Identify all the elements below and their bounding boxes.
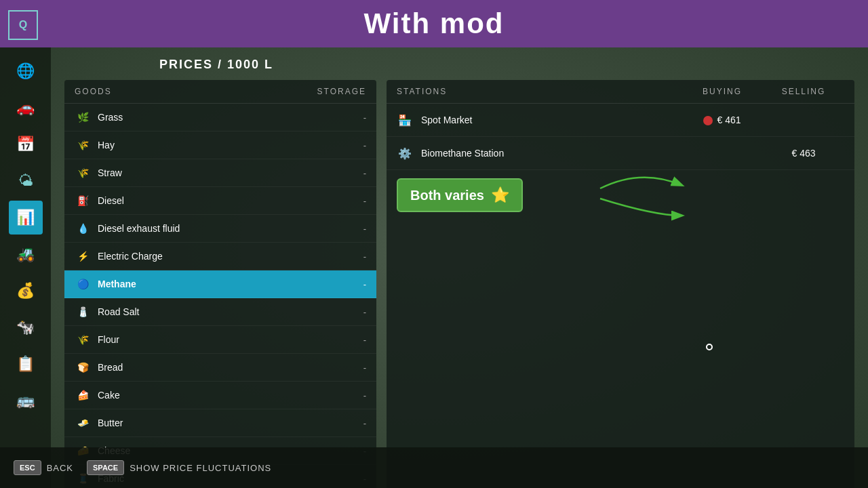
goods-item-icon: ⚡ (75, 248, 91, 264)
goods-item-value: - (363, 307, 366, 317)
banner-title: With mod (364, 7, 505, 40)
goods-item[interactable]: ⛽Diesel- (64, 187, 376, 215)
goods-item-value: - (363, 251, 366, 262)
goods-item-name: Methane (98, 279, 363, 289)
station-item-icon: ⚙️ (397, 145, 413, 161)
station-item[interactable]: ⚙️Biomethane Station€ 463 (387, 137, 854, 170)
goods-item-value: - (363, 363, 366, 373)
bottom-bar: ESC BACK SPACE SHOW PRICE FLUCTUATIONS (0, 447, 868, 488)
sidebar-icon-animal[interactable]: 🐄 (9, 310, 43, 344)
goods-item-icon: 🍰 (75, 387, 91, 403)
left-sidebar: 🌐 🚗 📅 🌤 📊 🚜 💰 🐄 📋 🚌 (0, 47, 51, 488)
goods-item-icon: 🌾 (75, 165, 91, 181)
panels: GOODS STORAGE 🌿Grass-🌾Hay-🌾Straw-⛽Diesel… (64, 80, 854, 488)
goods-item-value: - (363, 168, 366, 178)
goods-item[interactable]: 🧈Butter- (64, 409, 376, 437)
esc-key[interactable]: ESC (14, 460, 41, 475)
q-icon[interactable]: Q (8, 10, 38, 40)
goods-item[interactable]: 🍞Bread- (64, 354, 376, 382)
goods-item-name: Cake (98, 390, 363, 401)
status-dot (703, 116, 713, 125)
station-item-selling: € 463 (763, 148, 844, 159)
goods-item-icon: 🌿 (75, 109, 91, 125)
goods-item-icon: 💧 (75, 220, 91, 237)
back-label: BACK (47, 463, 73, 473)
space-key[interactable]: SPACE (87, 460, 124, 475)
goods-item-name: Road Salt (98, 306, 363, 317)
goods-item-name: Straw (98, 167, 363, 178)
page-title: PRICES / 1000 L (159, 58, 854, 72)
sidebar-icon-chart[interactable]: 📊 (9, 201, 43, 235)
goods-item-value: - (363, 335, 366, 345)
goods-item-value: - (363, 224, 366, 234)
station-item-name: Biomethane Station (421, 148, 682, 159)
goods-item[interactable]: 🧂Road Salt- (64, 298, 376, 326)
sidebar-icon-tractor[interactable]: 🚜 (9, 237, 43, 271)
goods-col-header: GOODS (75, 87, 317, 96)
goods-item[interactable]: 🌿Grass- (64, 104, 376, 131)
goods-item[interactable]: 🔵Methane- (64, 270, 376, 298)
stations-panel: STATIONS BUYING SELLING 🏪Spot Market€ 46… (387, 80, 854, 488)
station-item[interactable]: 🏪Spot Market€ 461 (387, 104, 854, 137)
main-content: PRICES / 1000 L GOODS STORAGE 🌿Grass-🌾Ha… (51, 47, 868, 447)
goods-item[interactable]: ⚡Electric Charge- (64, 243, 376, 270)
sidebar-icon-globe[interactable]: 🌐 (9, 54, 43, 88)
stations-header: STATIONS BUYING SELLING (387, 80, 854, 104)
goods-item-icon: 🌾 (75, 331, 91, 348)
sidebar-icon-calendar[interactable]: 📅 (9, 127, 43, 161)
goods-item-icon: 🧂 (75, 304, 91, 320)
goods-panel: GOODS STORAGE 🌿Grass-🌾Hay-🌾Straw-⛽Diesel… (64, 80, 376, 488)
goods-item[interactable]: 🌾Straw- (64, 159, 376, 187)
goods-item[interactable]: 🌾Hay- (64, 131, 376, 159)
goods-item-value: - (363, 140, 366, 150)
buying-col-header: BUYING (682, 87, 763, 96)
goods-item-name: Grass (98, 112, 363, 123)
star-icon: ⭐ (491, 186, 509, 204)
station-item-name: Spot Market (421, 115, 682, 125)
goods-item-icon: 🧈 (75, 415, 91, 431)
goods-item[interactable]: 💧Diesel exhaust fluid- (64, 215, 376, 243)
goods-item-value: - (363, 113, 366, 123)
goods-item[interactable]: 🍰Cake- (64, 382, 376, 409)
both-varies-text: Both varies (410, 188, 484, 203)
goods-item-name: Bread (98, 362, 363, 373)
goods-item-name: Butter (98, 418, 363, 428)
goods-item-value: - (363, 279, 366, 289)
both-varies-badge: Both varies ⭐ (397, 178, 523, 212)
stations-list: 🏪Spot Market€ 461⚙️Biomethane Station€ 4… (387, 104, 854, 170)
goods-item-icon: ⛽ (75, 192, 91, 209)
top-banner: With mod (0, 0, 868, 47)
goods-item-icon: 🌾 (75, 137, 91, 153)
back-group: ESC BACK (14, 460, 73, 475)
goods-item-value: - (363, 196, 366, 206)
station-item-icon: 🏪 (397, 112, 413, 128)
goods-header: GOODS STORAGE (64, 80, 376, 104)
goods-item-name: Diesel exhaust fluid (98, 223, 363, 234)
goods-item-icon: 🔵 (75, 276, 91, 292)
station-item-buying: € 461 (682, 115, 763, 125)
fluctuations-group: SPACE SHOW PRICE FLUCTUATIONS (87, 460, 271, 475)
goods-item-value: - (363, 390, 366, 401)
goods-item-icon: 🍞 (75, 359, 91, 375)
stations-col-header: STATIONS (397, 87, 682, 96)
goods-item-name: Electric Charge (98, 251, 363, 262)
sidebar-icon-notes[interactable]: 📋 (9, 347, 43, 381)
fluctuations-label: SHOW PRICE FLUCTUATIONS (130, 463, 271, 473)
goods-item-value: - (363, 418, 366, 428)
sidebar-icon-transport[interactable]: 🚌 (9, 384, 43, 418)
goods-list[interactable]: 🌿Grass-🌾Hay-🌾Straw-⛽Diesel-💧Diesel exhau… (64, 104, 376, 488)
goods-item-name: Flour (98, 334, 363, 345)
sidebar-icon-steering[interactable]: 🚗 (9, 91, 43, 125)
goods-item-name: Hay (98, 140, 363, 150)
sidebar-icon-money[interactable]: 💰 (9, 274, 43, 308)
goods-item[interactable]: 🌾Flour- (64, 326, 376, 354)
sidebar-icon-weather[interactable]: 🌤 (9, 164, 43, 198)
goods-item-name: Diesel (98, 195, 363, 206)
storage-col-header: STORAGE (317, 87, 366, 96)
selling-col-header: SELLING (763, 87, 844, 96)
